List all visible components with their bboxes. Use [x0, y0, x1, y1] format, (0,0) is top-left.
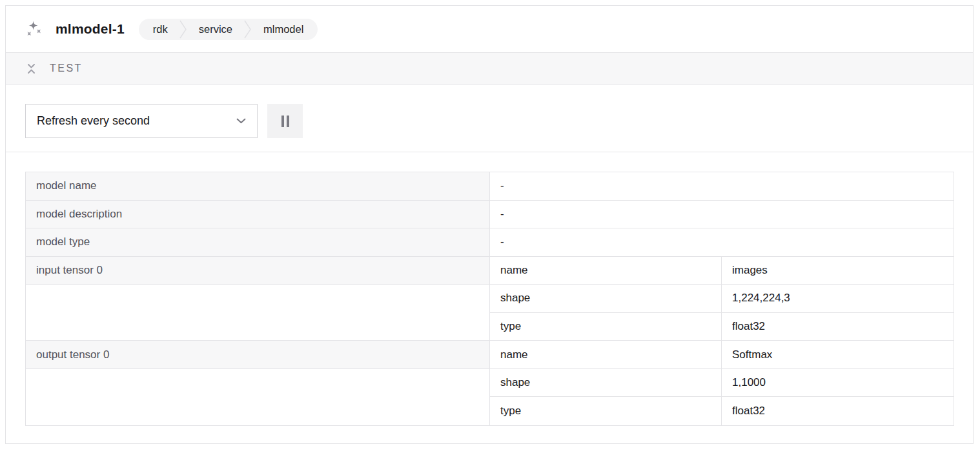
- input-tensor-0-shape-key: shape: [490, 285, 722, 313]
- row-value-model-description: -: [490, 201, 954, 229]
- refresh-rate-select[interactable]: Refresh every second: [25, 104, 258, 138]
- row-label-model-description: model description: [26, 201, 490, 229]
- page-title: mlmodel-1: [56, 21, 125, 37]
- input-tensor-0-label: input tensor 0: [26, 257, 489, 285]
- output-tensor-0-label: output tensor 0: [26, 341, 489, 369]
- pause-icon: [281, 116, 290, 127]
- chevron-down-icon: [236, 118, 246, 124]
- row-value-model-name: -: [490, 172, 954, 201]
- resource-card: mlmodel-1 rdk service mlmodel TEST Refre…: [5, 5, 974, 444]
- ml-sparkles-icon: [25, 20, 44, 39]
- test-section-label: TEST: [50, 63, 83, 74]
- test-section-header[interactable]: TEST: [6, 53, 973, 85]
- input-tensor-0-name-key: name: [490, 257, 722, 285]
- breadcrumb-separator-icon: [244, 19, 252, 40]
- input-tensor-0-type-key: type: [490, 313, 722, 341]
- test-panel-content: model name - model description - model t…: [6, 152, 973, 445]
- output-tensor-0-name-value: Softmax: [722, 341, 954, 369]
- collapse-icon[interactable]: [25, 61, 37, 76]
- refresh-controls: Refresh every second: [6, 85, 973, 152]
- output-tensor-0-name-key: name: [490, 341, 722, 369]
- breadcrumb-item-service[interactable]: service: [187, 19, 244, 40]
- pause-button[interactable]: [267, 104, 303, 138]
- model-metadata-table: model name - model description - model t…: [25, 172, 954, 426]
- breadcrumb-item-rdk[interactable]: rdk: [141, 19, 179, 40]
- breadcrumb: rdk service mlmodel: [139, 19, 318, 40]
- output-tensor-0-shape-value: 1,1000: [722, 369, 954, 398]
- breadcrumb-item-mlmodel[interactable]: mlmodel: [252, 19, 315, 40]
- card-header: mlmodel-1 rdk service mlmodel: [6, 6, 973, 53]
- output-tensor-0-type-key: type: [490, 397, 722, 425]
- output-tensor-0-type-value: float32: [722, 397, 954, 425]
- output-tensor-0-shape-key: shape: [490, 369, 722, 398]
- input-tensor-0-type-value: float32: [722, 313, 954, 341]
- row-label-input-tensor-0: input tensor 0: [26, 257, 490, 341]
- input-tensor-0-name-value: images: [722, 257, 954, 285]
- row-label-model-type: model type: [26, 228, 490, 257]
- row-label-model-name: model name: [26, 172, 490, 201]
- refresh-rate-value: Refresh every second: [37, 114, 150, 128]
- breadcrumb-separator-icon: [179, 19, 187, 40]
- row-label-output-tensor-0: output tensor 0: [26, 341, 490, 425]
- row-value-model-type: -: [490, 228, 954, 257]
- input-tensor-0-shape-value: 1,224,224,3: [722, 285, 954, 313]
